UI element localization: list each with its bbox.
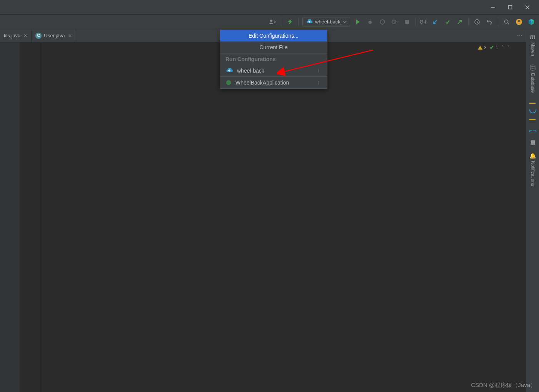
warning-mark[interactable] bbox=[529, 103, 536, 104]
stop-button[interactable] bbox=[402, 17, 412, 27]
database-icon bbox=[530, 65, 536, 71]
warnings-count[interactable]: 3 bbox=[478, 45, 487, 50]
code-with-me-icon[interactable] bbox=[267, 17, 278, 27]
coverage-mark[interactable] bbox=[529, 110, 536, 113]
run-config-item-wheel-back[interactable]: wheel-back 〉 bbox=[220, 65, 327, 76]
tab-options-icon[interactable]: ⋮ bbox=[517, 33, 523, 38]
coverage-button[interactable] bbox=[377, 17, 388, 27]
bell-icon: 🔔 bbox=[530, 153, 536, 159]
inspection-stripe bbox=[529, 103, 536, 120]
svg-point-5 bbox=[369, 21, 372, 24]
chevron-down-icon[interactable]: ˅ bbox=[507, 45, 510, 50]
run-config-item-wheelbackapplication[interactable]: WheelBackApplication 〉 bbox=[220, 77, 327, 88]
notifications-tool[interactable]: 🔔 Notifications bbox=[530, 150, 536, 188]
tab-label: User.java bbox=[44, 33, 65, 38]
database-tool[interactable]: Database bbox=[530, 62, 536, 95]
cloud-icon bbox=[306, 19, 313, 25]
code-editor[interactable]: 3 ✔ 1 ˄ ˅ bbox=[42, 42, 526, 392]
editor-tab[interactable]: tils.java ✕ bbox=[0, 29, 32, 42]
chevron-right-icon: 〉 bbox=[317, 68, 322, 74]
tab-label: tils.java bbox=[4, 33, 20, 38]
current-file-item[interactable]: Current File bbox=[220, 42, 327, 53]
maven-tool[interactable]: m Maven bbox=[530, 32, 536, 58]
chevron-down-icon bbox=[343, 20, 347, 24]
debug-button[interactable] bbox=[365, 17, 375, 27]
window-titlebar bbox=[0, 0, 539, 15]
cloud-icon bbox=[225, 68, 233, 73]
git-push-icon[interactable] bbox=[454, 17, 465, 27]
run-button[interactable] bbox=[352, 17, 363, 27]
app-observer-icon: ⊂⊃ bbox=[530, 128, 536, 134]
warning-icon bbox=[478, 46, 482, 50]
svg-point-4 bbox=[270, 20, 272, 22]
svg-point-12 bbox=[505, 20, 508, 23]
maven-icon: m bbox=[530, 34, 536, 40]
editor-tab[interactable]: C User.java ✕ bbox=[32, 29, 76, 42]
chevron-up-icon[interactable]: ˄ bbox=[501, 45, 504, 50]
maximize-button[interactable] bbox=[501, 2, 519, 13]
git-commit-icon[interactable] bbox=[442, 17, 453, 27]
folding-gutter bbox=[20, 42, 42, 392]
svg-line-13 bbox=[508, 23, 509, 24]
chevron-right-icon: 〉 bbox=[317, 80, 322, 86]
edit-configurations-item[interactable]: Edit Configurations... bbox=[220, 30, 327, 42]
run-config-dropdown: Edit Configurations... Current File Run … bbox=[220, 30, 327, 89]
line-gutter bbox=[0, 42, 20, 392]
rollback-icon[interactable] bbox=[484, 17, 495, 27]
right-tool-sidebar: m Maven Database ⊂⊃ 应用观测器 🔔 Notification… bbox=[526, 29, 539, 392]
main-toolbar: wheel-back Git: bbox=[0, 15, 539, 29]
close-icon[interactable]: ✕ bbox=[68, 33, 72, 38]
warning-mark[interactable] bbox=[529, 119, 536, 120]
history-icon[interactable] bbox=[472, 17, 482, 27]
editor-area: 3 ✔ 1 ˄ ˅ bbox=[0, 42, 526, 392]
svg-rect-1 bbox=[508, 5, 512, 9]
close-icon[interactable]: ✕ bbox=[23, 33, 27, 38]
pass-count[interactable]: ✔ 1 bbox=[490, 45, 498, 50]
jetbrains-toolbox-icon[interactable] bbox=[526, 17, 537, 27]
minimize-button[interactable] bbox=[484, 2, 501, 13]
git-label: Git: bbox=[418, 19, 429, 25]
check-icon: ✔ bbox=[490, 45, 494, 50]
svg-point-15 bbox=[531, 65, 535, 66]
watermark-text: CSDN @程序猿（Java） bbox=[471, 382, 536, 389]
close-window-button[interactable] bbox=[519, 2, 536, 13]
spring-boot-icon bbox=[225, 80, 232, 86]
search-icon[interactable] bbox=[501, 17, 512, 27]
git-update-icon[interactable] bbox=[430, 17, 441, 27]
class-icon: C bbox=[35, 33, 42, 39]
ide-update-icon[interactable] bbox=[514, 17, 524, 27]
build-icon[interactable] bbox=[284, 17, 295, 27]
run-config-selector[interactable]: wheel-back bbox=[302, 17, 350, 27]
profile-button[interactable] bbox=[389, 17, 400, 27]
app-observer-tool[interactable]: ⊂⊃ 应用观测器 bbox=[529, 126, 536, 139]
inspection-summary[interactable]: 3 ✔ 1 ˄ ˅ bbox=[478, 45, 510, 50]
run-config-label: wheel-back bbox=[315, 19, 340, 25]
svg-rect-10 bbox=[405, 20, 409, 24]
run-config-section-header: Run Configurations bbox=[220, 53, 327, 65]
